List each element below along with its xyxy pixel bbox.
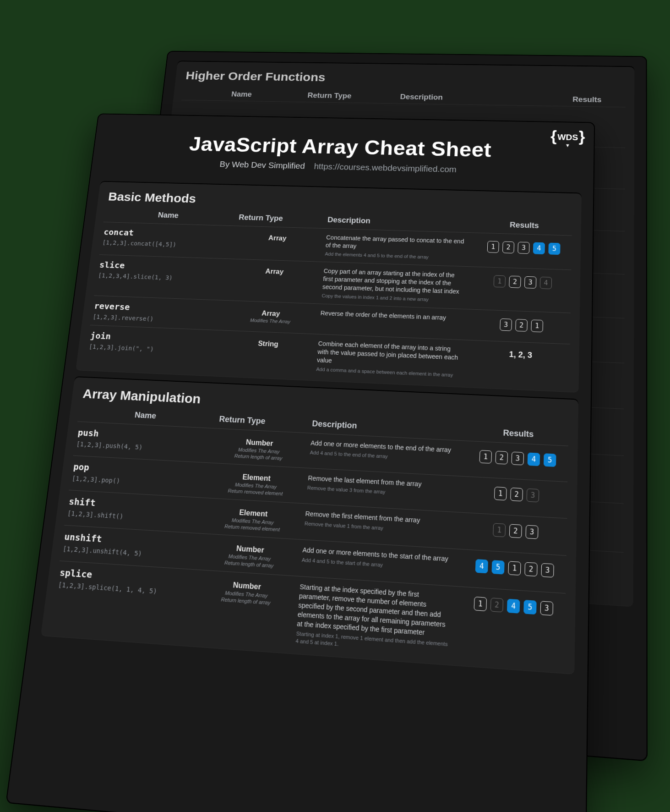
description-primary: Combine each element of the array into a… [316,340,462,370]
result-chip: 4 [528,452,540,466]
result-chip: 5 [544,453,556,467]
col-result: 1, 2, 3 [470,346,572,362]
result-chip: 3 [524,276,537,289]
return-type: Array [233,267,316,277]
col-results-header: Results [551,95,623,105]
code-example: [1,2,3,4].slice(1, 3) [98,272,225,283]
col-return: NumberModifies The ArrayReturn length of… [205,540,294,570]
section: Array ManipulationNameReturn TypeDescrip… [41,376,578,675]
section: Basic MethodsNameReturn TypeDescriptionR… [76,181,582,393]
col-result: 1234 [473,272,573,290]
col-description: Remove the last element from the arrayRe… [307,474,456,499]
col-return: NumberModifies The ArrayReturn length of… [202,576,292,607]
method-name: concat [103,227,230,241]
col-name-header: Name [183,89,300,99]
col-description: Starting at the index specified by the f… [295,582,452,655]
col-description: Concatenate the array passed to concat t… [325,234,467,261]
col-description: Reverse the order of the elements in an … [320,309,463,323]
col-desc-header: Description [312,419,459,435]
col-name-header: Name [106,209,232,221]
method-name: slice [99,260,227,274]
description-primary: Reverse the order of the elements in an … [320,309,463,323]
sections: Basic MethodsNameReturn TypeDescriptionR… [28,181,594,675]
result-chip: 3 [527,488,539,502]
col-result: 12345 [466,447,570,468]
result-chip: 2 [502,241,514,253]
result-chip: 1 [494,487,507,500]
code-example: [1,2,3].reverse() [93,313,221,325]
col-description: Copy part of an array starting at the in… [321,267,465,304]
col-return-header: Return Type [239,213,321,224]
col-result: 45123 [461,555,568,579]
back-section-title: Higher Order Functions [185,69,624,88]
return-type: Array [236,233,318,243]
col-result: 12345 [474,238,573,255]
result-chip: 2 [490,598,504,612]
course-url: https://courses.webdevsimplified.com [314,162,457,174]
col-name: concat[1,2,3].concat([4,5]) [102,227,230,250]
col-name-header: Name [80,408,212,423]
result-chip: 2 [524,562,537,577]
result-chip: 1 [479,450,492,464]
description-primary: Copy part of an array starting at the in… [322,267,465,296]
col-name: splice[1,2,3].splice(1, 1, 4, 5) [58,567,196,598]
col-description: Add one or more elements to the start of… [301,546,453,573]
result-chip: 2 [509,276,521,288]
result-chip: 5 [523,600,537,614]
result-chip: 5 [491,560,504,574]
result-text: 1, 2, 3 [509,350,532,360]
col-description: Add one or more elements to the end of t… [310,439,458,464]
col-return: Array [236,231,319,243]
result-chip: 2 [509,524,522,538]
col-return: NumberModifies The ArrayReturn length of… [216,434,303,462]
result-chip: 4 [475,559,488,573]
front-page: WDS ▾ JavaScript Array Cheat Sheet By We… [5,113,595,812]
result-chip: 3 [540,601,554,615]
result-chip: 4 [507,599,520,614]
col-return: String [226,336,310,350]
result-chip: 4 [540,277,552,289]
byline: By Web Dev Simplified [219,160,305,170]
col-name: unshift[1,2,3].unshift(4, 5) [62,531,199,561]
col-name: slice[1,2,3,4].slice(1, 3) [98,260,226,283]
return-type: String [226,339,310,350]
code-example: [1,2,3].concat([4,5]) [102,239,229,250]
result-chip: 2 [495,451,508,465]
result-chip: 3 [517,242,529,254]
col-description: Remove the first element from the arrayR… [304,510,455,536]
result-chip: 1 [494,275,506,288]
col-name: join[1,2,3].join(", ") [88,330,219,355]
col-result: 123 [464,482,570,504]
result-chip: 1 [493,523,506,537]
col-results-header: Results [467,427,570,441]
col-return: ElementModifies The ArrayReturn removed … [212,469,300,497]
col-return: ElementModifies The ArrayReturn removed … [209,504,298,533]
col-name: pop[1,2,3].pop() [71,461,206,489]
result-chip: 1 [474,597,487,611]
col-result: 321 [471,315,572,334]
result-chip: 2 [515,319,528,332]
col-results-header: Results [475,219,574,231]
description-primary: Starting at the index specified by the f… [297,582,452,639]
result-chip: 4 [533,242,545,255]
col-name: push[1,2,3].push(4, 5) [76,427,210,454]
col-result: 12453 [460,593,568,617]
col-return: ArrayModifies The Array [229,306,313,325]
result-chip: 1 [531,319,543,332]
result-chip: 5 [548,243,560,255]
col-description: Combine each element of the array into a… [316,340,462,379]
method-name: reverse [93,301,222,315]
col-desc-header: Description [400,93,544,104]
col-result: 123 [463,518,569,541]
col-desc-header: Description [327,216,468,228]
result-chip: 3 [500,318,512,331]
result-chip: 3 [525,525,538,539]
col-return-header: Return Type [307,91,393,101]
chevron-down-icon: ▾ [566,138,569,152]
col-name: shift[1,2,3].shift() [67,496,203,525]
result-chip: 3 [511,452,524,466]
result-chip: 3 [541,563,554,578]
result-chip: 1 [508,561,521,575]
col-name: reverse[1,2,3].reverse() [93,301,223,325]
description-primary: Concatenate the array passed to concat t… [325,234,467,253]
